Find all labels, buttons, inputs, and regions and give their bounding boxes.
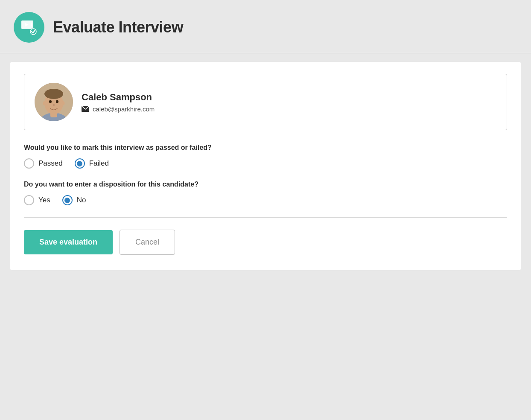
question1-radio-group: Passed Failed [24,158,507,169]
svg-point-11 [56,100,58,103]
radio-failed[interactable]: Failed [75,158,109,169]
button-row: Save evaluation Cancel [24,230,507,255]
candidate-card: Caleb Sampson caleb@sparkhire.com [24,74,507,130]
candidate-info: Caleb Sampson caleb@sparkhire.com [82,92,155,113]
svg-point-9 [44,89,63,99]
svg-point-12 [53,104,55,106]
candidate-email: caleb@sparkhire.com [93,105,155,113]
email-icon [82,106,89,112]
avatar [35,83,73,121]
page-header: Evaluate Interview [0,0,531,53]
radio-passed[interactable]: Passed [24,158,63,169]
cancel-button[interactable]: Cancel [120,230,175,255]
page-title: Evaluate Interview [53,18,183,36]
page-wrapper: Evaluate Interview [0,0,531,420]
form-divider [24,217,507,218]
radio-no-label: No [77,196,86,204]
radio-failed-inner [77,161,82,166]
header-divider [0,53,531,53]
radio-no-inner [64,198,70,203]
radio-yes-circle[interactable] [24,195,34,205]
radio-failed-circle[interactable] [75,158,85,169]
radio-passed-label: Passed [38,159,63,168]
radio-yes[interactable]: Yes [24,195,50,205]
candidate-name: Caleb Sampson [82,92,155,103]
question2-text: Do you want to enter a disposition for t… [24,181,507,188]
question1-text: Would you like to mark this interview as… [24,144,507,152]
svg-point-13 [43,101,46,105]
svg-point-14 [62,101,65,105]
radio-no[interactable]: No [62,195,86,205]
question1-section: Would you like to mark this interview as… [24,144,507,169]
question2-radio-group: Yes No [24,195,507,205]
radio-no-circle[interactable] [62,195,73,205]
radio-yes-label: Yes [38,196,50,204]
evaluate-interview-icon [20,18,38,37]
save-button[interactable]: Save evaluation [24,230,113,254]
radio-passed-circle[interactable] [24,158,34,169]
radio-failed-label: Failed [89,159,109,168]
candidate-email-row: caleb@sparkhire.com [82,105,155,113]
header-icon [14,12,44,43]
main-card: Caleb Sampson caleb@sparkhire.com Would … [10,62,521,270]
svg-point-10 [49,100,52,103]
question2-section: Do you want to enter a disposition for t… [24,181,507,205]
